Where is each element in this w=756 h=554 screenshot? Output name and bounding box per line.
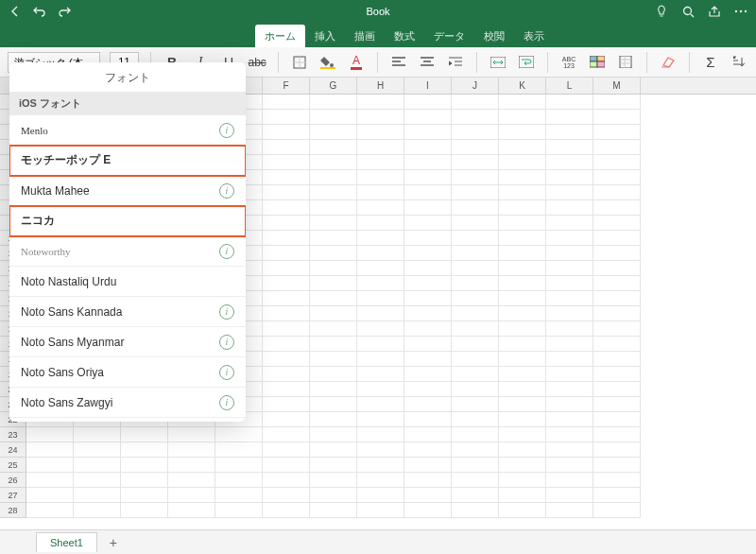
- cell[interactable]: [404, 170, 452, 185]
- cell[interactable]: [404, 246, 452, 261]
- cell[interactable]: [310, 442, 357, 458]
- cell[interactable]: [546, 291, 593, 306]
- cell[interactable]: [263, 140, 310, 155]
- cell[interactable]: [310, 276, 357, 291]
- font-item[interactable]: Noteworthyi: [9, 236, 246, 267]
- cell[interactable]: [74, 427, 121, 442]
- cell[interactable]: [593, 110, 641, 125]
- cell[interactable]: [404, 231, 452, 246]
- cell[interactable]: [215, 488, 263, 503]
- cell[interactable]: [404, 458, 452, 473]
- cell[interactable]: [357, 125, 404, 140]
- cell[interactable]: [215, 503, 263, 518]
- ribbon-tab-校閲[interactable]: 校閲: [474, 25, 514, 47]
- col-head-M[interactable]: M: [593, 78, 641, 94]
- cell[interactable]: [74, 488, 121, 503]
- cell[interactable]: [310, 185, 357, 200]
- cell[interactable]: [404, 473, 452, 488]
- cell[interactable]: [263, 246, 310, 261]
- cell[interactable]: [263, 125, 310, 140]
- cell[interactable]: [357, 170, 404, 185]
- cell[interactable]: [404, 397, 452, 412]
- cell[interactable]: [357, 503, 404, 518]
- font-item[interactable]: モッチーポップ E: [9, 146, 246, 176]
- cell[interactable]: [593, 412, 641, 427]
- cell[interactable]: [546, 321, 593, 337]
- info-icon[interactable]: i: [219, 335, 234, 350]
- cell[interactable]: [404, 352, 452, 367]
- cell[interactable]: [593, 261, 641, 276]
- cell[interactable]: [357, 412, 404, 427]
- cell[interactable]: [310, 367, 357, 382]
- col-head-J[interactable]: J: [452, 78, 499, 94]
- cell[interactable]: [263, 155, 310, 170]
- cell[interactable]: [404, 427, 452, 442]
- cell[interactable]: [452, 321, 499, 337]
- cell[interactable]: [593, 367, 641, 382]
- cell[interactable]: [310, 246, 357, 261]
- ribbon-tab-描画[interactable]: 描画: [345, 25, 385, 47]
- cell[interactable]: [121, 458, 168, 473]
- cell[interactable]: [357, 246, 404, 261]
- cell[interactable]: [404, 291, 452, 306]
- cell[interactable]: [26, 442, 74, 458]
- cell[interactable]: [263, 427, 310, 442]
- cell[interactable]: [499, 367, 546, 382]
- cell[interactable]: [499, 321, 546, 337]
- cell[interactable]: [593, 216, 641, 231]
- cell[interactable]: [263, 382, 310, 397]
- ribbon-tab-ホーム[interactable]: ホーム: [255, 25, 305, 47]
- cell[interactable]: [357, 473, 404, 488]
- info-icon[interactable]: i: [219, 244, 234, 259]
- font-item[interactable]: Noto Sans Myanmari: [9, 327, 246, 357]
- cell[interactable]: [499, 306, 546, 321]
- font-item[interactable]: Noto Sans Kannadai: [9, 297, 246, 327]
- cell[interactable]: [593, 427, 641, 442]
- cell[interactable]: [593, 442, 641, 458]
- font-item[interactable]: Menloi: [9, 115, 246, 146]
- cell[interactable]: [263, 367, 310, 382]
- cell[interactable]: [546, 337, 593, 352]
- ribbon-tab-データ[interactable]: データ: [424, 25, 474, 47]
- cell[interactable]: [310, 337, 357, 352]
- cell[interactable]: [452, 337, 499, 352]
- cell[interactable]: [593, 95, 641, 110]
- cell[interactable]: [546, 427, 593, 442]
- cell[interactable]: [593, 321, 641, 337]
- cell[interactable]: [546, 216, 593, 231]
- cell[interactable]: [593, 276, 641, 291]
- cell[interactable]: [357, 427, 404, 442]
- cell[interactable]: [593, 170, 641, 185]
- cell[interactable]: [357, 155, 404, 170]
- cell[interactable]: [593, 231, 641, 246]
- cell[interactable]: [310, 488, 357, 503]
- cell[interactable]: [310, 155, 357, 170]
- insert-delete-button[interactable]: [616, 52, 635, 73]
- indent-button[interactable]: [446, 52, 465, 73]
- cell[interactable]: [404, 185, 452, 200]
- cell[interactable]: [452, 458, 499, 473]
- info-icon[interactable]: i: [219, 395, 234, 410]
- cell[interactable]: [452, 382, 499, 397]
- cell[interactable]: [593, 473, 641, 488]
- cell[interactable]: [499, 155, 546, 170]
- cell[interactable]: [499, 488, 546, 503]
- cell[interactable]: [452, 125, 499, 140]
- cell[interactable]: [546, 488, 593, 503]
- cell[interactable]: [452, 231, 499, 246]
- cell[interactable]: [546, 185, 593, 200]
- cell[interactable]: [546, 231, 593, 246]
- info-icon[interactable]: i: [219, 304, 234, 320]
- cell[interactable]: [499, 458, 546, 473]
- cell[interactable]: [74, 473, 121, 488]
- info-icon[interactable]: i: [219, 365, 234, 380]
- cell[interactable]: [546, 200, 593, 216]
- cell[interactable]: [452, 473, 499, 488]
- more-icon[interactable]: [733, 4, 748, 19]
- cell[interactable]: [310, 200, 357, 216]
- cell[interactable]: [357, 200, 404, 216]
- cell[interactable]: [452, 170, 499, 185]
- cell[interactable]: [357, 367, 404, 382]
- cell[interactable]: [310, 412, 357, 427]
- cell[interactable]: [263, 337, 310, 352]
